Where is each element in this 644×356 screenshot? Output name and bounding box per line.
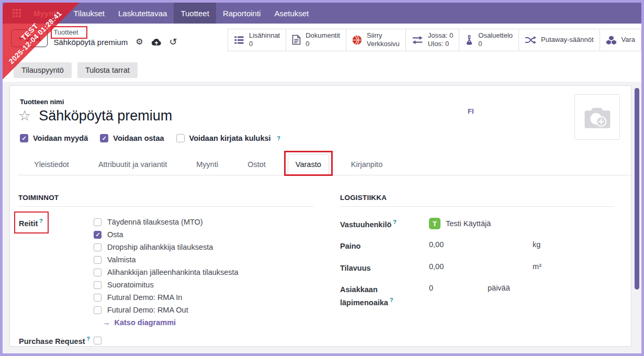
toggle-can-be-purchased[interactable]: Voidaan ostaa (100, 134, 164, 142)
product-image-placeholder[interactable] (574, 94, 620, 140)
route-label: Dropship alihankkija tilauksesta (107, 243, 213, 251)
nav-item-tilaukset[interactable]: Tilaukset (67, 3, 111, 24)
checkbox-route-rma-out[interactable] (94, 306, 101, 314)
smart-button-putaway[interactable]: Putaway-säännöt (519, 29, 600, 51)
route-option[interactable]: Osta (94, 230, 239, 239)
help-tooltip-marker[interactable]: ? (390, 297, 393, 303)
tab-yleistiedot[interactable]: Yleistiedot (27, 155, 76, 175)
product-name-value[interactable]: Sähköpöytä premium (39, 108, 172, 124)
language-badge[interactable]: FI (468, 107, 474, 115)
avatar: T (429, 218, 440, 229)
toggle-can-be-sold[interactable]: Voidaan myydä (20, 134, 88, 142)
smart-button-count: 0 (306, 40, 309, 48)
route-option[interactable]: Suoratoimitus (94, 281, 239, 289)
customer-lead-time-value[interactable]: 0 (429, 284, 488, 292)
smart-button-count: 0 (478, 40, 482, 48)
order-request-button[interactable]: Tilauspyyntö (14, 62, 72, 78)
weight-value[interactable]: 0,00 (429, 240, 533, 249)
operations-section-title: TOIMINNOT (18, 194, 314, 207)
checkbox-route-dropship[interactable] (94, 243, 101, 251)
smart-button-website[interactable]: SiirryVerkkosivu (346, 29, 406, 51)
form-sheet-background: FI Tuotteen nimi ☆ Sähköpöytä premium (3, 82, 641, 353)
smart-button-label: Dokumentit (306, 31, 340, 40)
smart-button-label: Siirry (367, 31, 382, 40)
vertical-scrollbar-thumb[interactable] (635, 88, 639, 290)
route-option[interactable]: Futural Demo: RMA Out (94, 306, 239, 314)
swap-arrows-icon (412, 35, 423, 45)
smart-button-moves[interactable]: Jossa: 0Ulos: 0 (406, 29, 459, 51)
product-name-label: Tuotteen nimi (20, 98, 631, 106)
cloud-upload-icon[interactable] (151, 38, 162, 46)
undo-icon[interactable]: ↺ (170, 37, 177, 47)
help-tooltip-marker[interactable]: ? (39, 218, 42, 224)
route-label: Täydennä tilauksesta (MTO) (107, 218, 203, 226)
route-option[interactable]: Valmista (94, 255, 239, 264)
toggle-can-be-expensed[interactable]: Voidaan kirjata kuluksi ? (176, 134, 281, 142)
responsible-user-widget[interactable]: T Testi Käyttäjä (429, 218, 491, 229)
volume-label: Tilavuus (340, 262, 429, 274)
help-tooltip-marker[interactable]: ? (393, 219, 396, 225)
toggle-label: Voidaan myydä (33, 134, 88, 142)
route-label: Futural Demo: RMA In (107, 293, 182, 302)
help-tooltip-marker[interactable]: ? (277, 135, 280, 141)
responsible-label: Vastuuhenkilö? (340, 218, 429, 230)
nav-item-asetukset[interactable]: Asetukset (267, 3, 315, 24)
route-option[interactable]: Futural Demo: RMA In (94, 293, 239, 302)
smart-button-stock[interactable]: Vara (600, 29, 642, 51)
tab-kirjanpito[interactable]: Kirjanpito (344, 155, 390, 175)
checkbox-route-manufacture[interactable] (94, 256, 101, 264)
operations-section: TOIMINNOT Reitit? Täydennä tilauksesta (… (18, 194, 314, 346)
breadcrumb-parent-link[interactable]: Tuotteet (53, 28, 78, 36)
route-option[interactable]: Dropship alihankkija tilauksesta (94, 243, 239, 251)
smart-button-pricelists[interactable]: Lisähinnat0 (228, 29, 286, 51)
new-button[interactable]: + Uusi (11, 29, 48, 47)
apps-menu-button[interactable] (7, 3, 27, 24)
flask-icon (465, 35, 473, 45)
checkbox-can-be-sold[interactable] (20, 134, 28, 142)
nav-item-laskutettavaa[interactable]: Laskutettavaa (111, 3, 174, 24)
camera-plus-icon (582, 105, 613, 130)
print-labels-button[interactable]: Tulosta tarrat (77, 62, 138, 78)
smart-button-label: Osaluettelo (478, 31, 513, 40)
gear-icon[interactable]: ⚙ (135, 38, 143, 46)
route-label: Valmista (107, 255, 136, 264)
favorite-star-icon[interactable]: ☆ (18, 109, 31, 123)
smart-button-label: Putaway-säännöt (541, 36, 593, 44)
odoo-app: Myynti Tilaukset Laskutettavaa Tuotteet … (3, 3, 641, 353)
checkbox-can-be-expensed[interactable] (176, 134, 185, 142)
nav-item-raportointi[interactable]: Raportointi (216, 3, 268, 24)
globe-icon (352, 35, 362, 45)
tab-attribuutit[interactable]: Attribuutit ja variantit (91, 155, 174, 175)
responsible-label-text: Vastuuhenkilö (340, 220, 391, 229)
checkbox-can-be-purchased[interactable] (100, 134, 108, 142)
nav-item-myynti[interactable]: Myynti (27, 3, 67, 24)
checkbox-purchase-request[interactable] (94, 337, 101, 344)
tab-label: Varasto (296, 160, 321, 169)
navbar-menu: Myynti Tilaukset Laskutettavaa Tuotteet … (27, 3, 315, 24)
weight-label: Paino (340, 240, 429, 252)
volume-row: Tilavuus 0,00 m³ (340, 262, 614, 274)
customer-lead-time-row: Asiakkaan läpimenoaika? 0 päivää (340, 284, 614, 308)
customer-lead-time-label: Asiakkaan läpimenoaika? (340, 284, 429, 308)
route-option[interactable]: Täydennä tilauksesta (MTO) (94, 218, 239, 226)
smart-button-bom[interactable]: Osaluettelo0 (459, 29, 519, 51)
tab-ostot[interactable]: Ostot (240, 155, 273, 175)
checkbox-route-buy[interactable] (94, 231, 101, 239)
checkbox-route-direct[interactable] (94, 281, 101, 289)
view-diagram-link[interactable]: → Katso diagrammi (103, 318, 239, 327)
tab-varasto[interactable]: Varasto (288, 154, 329, 175)
checkbox-route-resupply[interactable] (94, 269, 101, 276)
tab-myynti[interactable]: Myynti (189, 155, 225, 175)
routes-checkbox-list: Täydennä tilauksesta (MTO) Osta Dropship… (94, 218, 239, 327)
checkbox-route-rma-in[interactable] (94, 294, 101, 302)
smart-button-documents[interactable]: Dokumentit0 (286, 29, 346, 51)
checkbox-route-mto[interactable] (94, 218, 101, 226)
cubes-icon (606, 35, 617, 45)
smart-button-label: Lisähinnat (249, 31, 280, 40)
volume-value[interactable]: 0,00 (429, 262, 533, 271)
top-navbar: Myynti Tilaukset Laskutettavaa Tuotteet … (3, 3, 641, 24)
nav-item-tuotteet[interactable]: Tuotteet (174, 3, 216, 24)
route-option[interactable]: Alihankkijan jälleenhankinta tilauksesta (94, 268, 239, 276)
product-form-card: FI Tuotteen nimi ☆ Sähköpöytä premium (9, 85, 631, 347)
help-tooltip-marker[interactable]: ? (87, 336, 90, 342)
